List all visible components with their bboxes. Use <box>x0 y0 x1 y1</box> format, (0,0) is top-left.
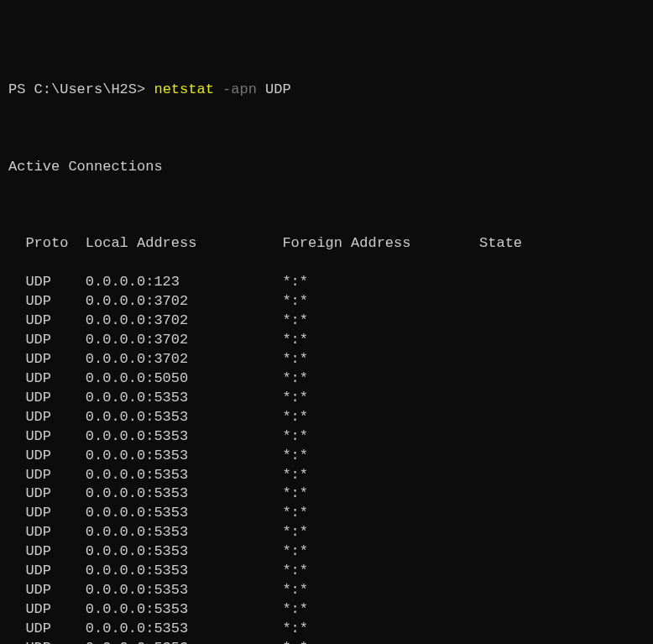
cell-local-address: 0.0.0.0:5353 <box>86 389 283 408</box>
connection-row: UDP0.0.0.0:5353*:* <box>8 523 645 542</box>
cell-local-address: 0.0.0.0:3702 <box>86 312 283 331</box>
cell-local-address: 0.0.0.0:123 <box>86 273 283 292</box>
connection-row: UDP0.0.0.0:3702*:* <box>8 312 645 331</box>
cell-proto: UDP <box>25 350 85 369</box>
cell-proto: UDP <box>25 466 85 485</box>
connection-row: UDP0.0.0.0:5353*:* <box>8 408 645 427</box>
connection-row: UDP0.0.0.0:3702*:* <box>8 350 645 369</box>
command-flag: -apn <box>214 81 265 100</box>
cell-proto: UDP <box>25 427 85 447</box>
cell-proto: UDP <box>25 504 85 523</box>
cell-local-address: 0.0.0.0:5050 <box>86 369 283 389</box>
cell-proto: UDP <box>25 447 85 466</box>
cell-foreign-address: *:* <box>282 523 479 542</box>
cell-foreign-address: *:* <box>282 484 479 504</box>
cell-foreign-address: *:* <box>282 542 479 562</box>
cell-local-address: 0.0.0.0:5353 <box>86 504 283 523</box>
cell-proto: UDP <box>25 389 85 408</box>
cell-proto: UDP <box>25 273 85 292</box>
cell-local-address: 0.0.0.0:5353 <box>86 639 283 644</box>
cell-local-address: 0.0.0.0:5353 <box>86 466 283 485</box>
cell-foreign-address: *:* <box>282 427 479 447</box>
connection-row: UDP0.0.0.0:5353*:* <box>8 562 645 581</box>
cell-proto: UDP <box>25 331 85 350</box>
cell-local-address: 0.0.0.0:5353 <box>86 600 283 620</box>
cell-foreign-address: *:* <box>282 292 479 312</box>
cell-foreign-address: *:* <box>282 408 479 427</box>
connection-row: UDP0.0.0.0:5353*:* <box>8 447 645 466</box>
connection-row: UDP0.0.0.0:5353*:* <box>8 600 645 620</box>
cell-local-address: 0.0.0.0:5353 <box>86 408 283 427</box>
columns-header: ProtoLocal AddressForeign AddressState <box>8 234 645 254</box>
connection-row: UDP0.0.0.0:5353*:* <box>8 542 645 562</box>
cell-foreign-address: *:* <box>282 312 479 331</box>
prompt-prefix: PS C:\Users\H2S> <box>8 81 154 100</box>
cell-local-address: 0.0.0.0:3702 <box>86 292 283 312</box>
command-name: netstat <box>154 81 213 100</box>
cell-proto: UDP <box>25 620 85 639</box>
connection-row: UDP0.0.0.0:5353*:* <box>8 504 645 523</box>
cell-proto: UDP <box>25 369 85 389</box>
cell-foreign-address: *:* <box>282 581 479 600</box>
cell-local-address: 0.0.0.0:3702 <box>86 331 283 350</box>
connection-row: UDP0.0.0.0:5050*:* <box>8 369 645 389</box>
blank-line <box>8 196 645 215</box>
cell-foreign-address: *:* <box>282 350 479 369</box>
cell-proto: UDP <box>25 581 85 600</box>
col-header-foreign: Foreign Address <box>282 234 479 254</box>
command-arg: UDP <box>265 81 291 100</box>
cell-proto: UDP <box>25 600 85 620</box>
cell-foreign-address: *:* <box>282 369 479 389</box>
command-prompt-line: PS C:\Users\H2S> netstat -apn UDP <box>8 81 645 100</box>
cell-local-address: 0.0.0.0:5353 <box>86 447 283 466</box>
terminal-output[interactable]: PS C:\Users\H2S> netstat -apn UDP Active… <box>8 81 645 644</box>
col-header-state: State <box>479 234 522 254</box>
connections-list: UDP0.0.0.0:123*:*UDP0.0.0.0:3702*:*UDP0.… <box>8 273 645 644</box>
cell-foreign-address: *:* <box>282 466 479 485</box>
blank-line <box>8 119 645 139</box>
connection-row: UDP0.0.0.0:3702*:* <box>8 331 645 350</box>
col-header-proto: Proto <box>25 234 85 254</box>
cell-local-address: 0.0.0.0:3702 <box>86 350 283 369</box>
cell-local-address: 0.0.0.0:5353 <box>86 542 283 562</box>
cell-foreign-address: *:* <box>282 620 479 639</box>
cell-local-address: 0.0.0.0:5353 <box>86 523 283 542</box>
cell-local-address: 0.0.0.0:5353 <box>86 484 283 504</box>
cell-local-address: 0.0.0.0:5353 <box>86 562 283 581</box>
connection-row: UDP0.0.0.0:5353*:* <box>8 581 645 600</box>
cell-local-address: 0.0.0.0:5353 <box>86 427 283 447</box>
connection-row: UDP0.0.0.0:5353*:* <box>8 484 645 504</box>
cell-foreign-address: *:* <box>282 389 479 408</box>
connection-row: UDP0.0.0.0:3702*:* <box>8 292 645 312</box>
cell-foreign-address: *:* <box>282 600 479 620</box>
section-header: Active Connections <box>8 158 645 177</box>
cell-proto: UDP <box>25 639 85 644</box>
cell-proto: UDP <box>25 562 85 581</box>
cell-foreign-address: *:* <box>282 504 479 523</box>
connection-row: UDP0.0.0.0:5353*:* <box>8 639 645 644</box>
connection-row: UDP0.0.0.0:5353*:* <box>8 427 645 447</box>
cell-proto: UDP <box>25 542 85 562</box>
cell-local-address: 0.0.0.0:5353 <box>86 581 283 600</box>
cell-local-address: 0.0.0.0:5353 <box>86 620 283 639</box>
cell-proto: UDP <box>25 484 85 504</box>
cell-foreign-address: *:* <box>282 562 479 581</box>
cell-proto: UDP <box>25 292 85 312</box>
cell-proto: UDP <box>25 523 85 542</box>
cell-foreign-address: *:* <box>282 273 479 292</box>
cell-proto: UDP <box>25 312 85 331</box>
cell-foreign-address: *:* <box>282 447 479 466</box>
col-header-local: Local Address <box>86 234 283 254</box>
connection-row: UDP0.0.0.0:123*:* <box>8 273 645 292</box>
cell-foreign-address: *:* <box>282 639 479 644</box>
cell-foreign-address: *:* <box>282 331 479 350</box>
connection-row: UDP0.0.0.0:5353*:* <box>8 389 645 408</box>
connection-row: UDP0.0.0.0:5353*:* <box>8 466 645 485</box>
cell-proto: UDP <box>25 408 85 427</box>
connection-row: UDP0.0.0.0:5353*:* <box>8 620 645 639</box>
